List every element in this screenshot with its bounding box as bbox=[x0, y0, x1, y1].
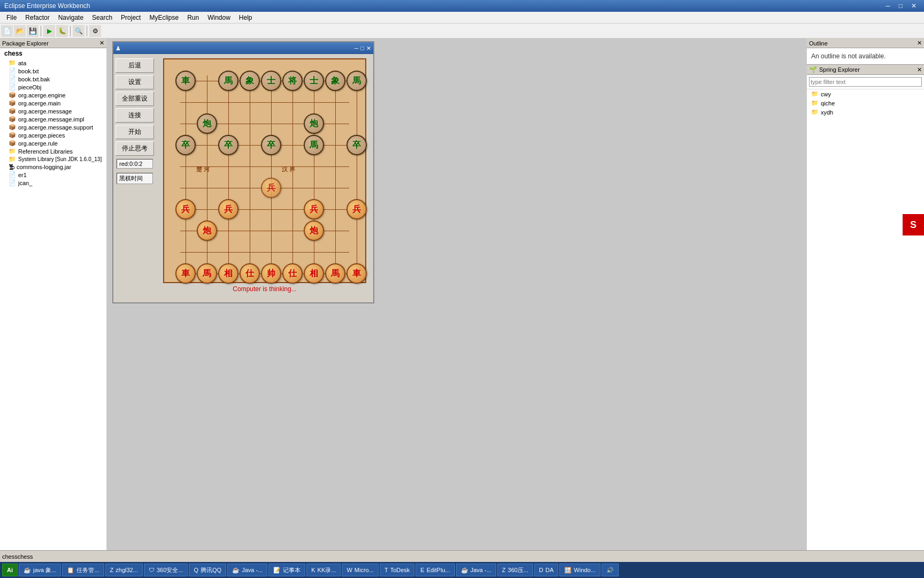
btn-back[interactable]: 后退 bbox=[116, 58, 154, 73]
explorer-item-booktxtbak[interactable]: 📄 book.txt.bak bbox=[0, 75, 106, 83]
explorer-item-booktxt[interactable]: 📄 book.txt bbox=[0, 67, 106, 75]
taskbar-word[interactable]: W Micro... bbox=[342, 564, 378, 576]
taskbar-kk[interactable]: K KK录... bbox=[306, 564, 341, 576]
piece-black-bing2[interactable]: 卒 bbox=[218, 135, 238, 155]
piece-black-ma3[interactable]: 馬 bbox=[304, 135, 324, 155]
piece-red-bing5[interactable]: 兵 bbox=[346, 199, 367, 219]
taskbar-notepad[interactable]: 📝 记事本 bbox=[268, 564, 305, 576]
explorer-item-pieceobj[interactable]: 📄 pieceObj bbox=[0, 83, 106, 91]
piece-black-bing1[interactable]: 卒 bbox=[175, 135, 196, 155]
explorer-item-systemlib[interactable]: 📁 System Library [Sun JDK 1.6.0_13] bbox=[0, 155, 106, 163]
piece-black-xiang1[interactable]: 象 bbox=[240, 71, 260, 91]
explorer-item-jcan[interactable]: 📄 jcan_ bbox=[0, 179, 106, 187]
chess-close-icon[interactable]: ✕ bbox=[366, 45, 371, 52]
taskbar-java3[interactable]: ☕ Java -... bbox=[456, 564, 496, 576]
explorer-item-rule[interactable]: 📦 org.acerge.rule bbox=[0, 139, 106, 147]
piece-black-xiang2[interactable]: 象 bbox=[325, 71, 345, 91]
piece-red-shi2[interactable]: 仕 bbox=[282, 263, 303, 284]
taskbar-java2[interactable]: ☕ Java -... bbox=[227, 564, 267, 576]
btn-settings[interactable]: 设置 bbox=[116, 75, 154, 89]
menu-window[interactable]: Window bbox=[203, 13, 235, 22]
piece-black-jiang[interactable]: 将 bbox=[282, 71, 303, 91]
taskbar-qq[interactable]: Q 腾讯QQ bbox=[189, 564, 226, 576]
menu-search[interactable]: Search bbox=[88, 13, 117, 22]
piece-red-bing2[interactable]: 兵 bbox=[218, 199, 238, 219]
menu-project[interactable]: Project bbox=[117, 13, 145, 22]
menu-refactor[interactable]: Refactor bbox=[21, 13, 53, 22]
toolbar-save[interactable]: 💾 bbox=[27, 25, 38, 37]
toolbar-search[interactable]: 🔍 bbox=[73, 25, 84, 37]
explorer-item-message-impl[interactable]: 📦 org.acerge.message.impl bbox=[0, 115, 106, 123]
toolbar-new[interactable]: 📄 bbox=[1, 25, 13, 37]
explorer-item-commonsjar[interactable]: 🗜 commons-logging.jar bbox=[0, 163, 106, 171]
start-button[interactable]: Ai bbox=[2, 564, 18, 576]
piece-black-shi2[interactable]: 士 bbox=[304, 71, 324, 91]
piece-red-xiang1[interactable]: 相 bbox=[218, 263, 238, 284]
menu-myeclipse[interactable]: MyEclipse bbox=[145, 13, 183, 22]
taskbar-zhgl[interactable]: Z zhgl32... bbox=[105, 564, 143, 576]
piece-red-xiang2[interactable]: 相 bbox=[304, 263, 324, 284]
close-btn[interactable]: ✕ bbox=[908, 2, 920, 10]
explorer-item-er1[interactable]: 📄 er1 bbox=[0, 171, 106, 179]
piece-red-ju1[interactable]: 車 bbox=[175, 263, 196, 284]
piece-red-pao2[interactable]: 炮 bbox=[304, 220, 324, 241]
piece-red-shi1[interactable]: 仕 bbox=[240, 263, 260, 284]
piece-red-bing4[interactable]: 兵 bbox=[304, 199, 324, 219]
toolbar-debug[interactable]: 🐛 bbox=[56, 25, 68, 37]
package-icon-6: 📦 bbox=[9, 132, 16, 139]
maximize-btn[interactable]: □ bbox=[896, 2, 906, 10]
explorer-item-message[interactable]: 📦 org.acerge.message bbox=[0, 107, 106, 115]
toolbar-settings[interactable]: ⚙ bbox=[89, 25, 101, 37]
explorer-close[interactable]: ✕ bbox=[99, 40, 104, 47]
piece-red-ma2[interactable]: 馬 bbox=[325, 263, 345, 284]
btn-connect[interactable]: 连接 bbox=[116, 108, 154, 123]
taskbar-todesk[interactable]: T ToDesk bbox=[380, 564, 414, 576]
spring-item-cwy[interactable]: 📁 cwy bbox=[807, 89, 924, 98]
taskbar-sound[interactable]: 🔊 bbox=[602, 564, 619, 576]
taskbar-da[interactable]: D DA bbox=[534, 564, 558, 576]
piece-red-ju2[interactable]: 車 bbox=[346, 263, 367, 284]
taskbar-java1[interactable]: ☕ java 象... bbox=[19, 564, 61, 576]
chess-maximize[interactable]: □ bbox=[360, 45, 364, 52]
menu-file[interactable]: File bbox=[2, 13, 21, 22]
toolbar-open[interactable]: 📂 bbox=[14, 25, 26, 37]
piece-red-bing1[interactable]: 兵 bbox=[175, 199, 196, 219]
spring-item-xydh[interactable]: 📁 xydh bbox=[807, 108, 924, 117]
chess-minimize[interactable]: ─ bbox=[355, 45, 359, 52]
piece-black-pao1[interactable]: 炮 bbox=[197, 113, 217, 134]
piece-black-ma1[interactable]: 馬 bbox=[218, 71, 238, 91]
piece-black-ma2[interactable]: 馬 bbox=[346, 71, 367, 91]
minimize-btn[interactable]: ─ bbox=[882, 2, 894, 10]
spring-close-icon[interactable]: ✕ bbox=[917, 66, 922, 73]
piece-black-ju1[interactable]: 車 bbox=[175, 71, 196, 91]
taskbar-editplus[interactable]: E EditPlu... bbox=[415, 564, 455, 576]
btn-stop-think[interactable]: 停止思考 bbox=[116, 141, 154, 156]
explorer-item-engine[interactable]: 📦 org.acerge.engine bbox=[0, 91, 106, 99]
menu-run[interactable]: Run bbox=[183, 13, 203, 22]
btn-reset[interactable]: 全部重设 bbox=[116, 92, 154, 106]
outline-close-icon[interactable]: ✕ bbox=[917, 40, 922, 47]
piece-red-ma1[interactable]: 馬 bbox=[197, 263, 217, 284]
piece-red-pao1[interactable]: 炮 bbox=[197, 220, 217, 241]
explorer-item-reflibs[interactable]: 📁 Referenced Libraries bbox=[0, 147, 106, 155]
spring-item-qiche[interactable]: 📁 qiche bbox=[807, 98, 924, 108]
spring-filter-input[interactable] bbox=[809, 77, 922, 87]
explorer-item-ata[interactable]: 📁 ata bbox=[0, 59, 106, 67]
explorer-item-pieces[interactable]: 📦 org.acerge.pieces bbox=[0, 131, 106, 139]
btn-start[interactable]: 开始 bbox=[116, 125, 154, 139]
explorer-item-main[interactable]: 📦 org.acerge.main bbox=[0, 99, 106, 107]
piece-moving[interactable]: 兵 bbox=[261, 178, 281, 198]
taskbar-360zip[interactable]: Z 360压... bbox=[497, 564, 533, 576]
toolbar-run[interactable]: ▶ bbox=[43, 25, 55, 37]
explorer-item-message-support[interactable]: 📦 org.acerge.message.support bbox=[0, 123, 106, 131]
menu-help[interactable]: Help bbox=[235, 13, 257, 22]
piece-black-bing5[interactable]: 卒 bbox=[346, 135, 367, 155]
piece-red-shuai[interactable]: 帅 bbox=[261, 263, 281, 284]
piece-black-pao2[interactable]: 炮 bbox=[304, 113, 324, 134]
menu-navigate[interactable]: Navigate bbox=[54, 13, 88, 22]
taskbar-360[interactable]: 🛡 360安全... bbox=[144, 564, 188, 576]
taskbar-window[interactable]: 🪟 Windo... bbox=[559, 564, 600, 576]
piece-black-shi1[interactable]: 士 bbox=[261, 71, 281, 91]
taskbar-task[interactable]: 📋 任务管... bbox=[62, 564, 104, 576]
piece-black-bing3[interactable]: 卒 bbox=[261, 135, 281, 155]
